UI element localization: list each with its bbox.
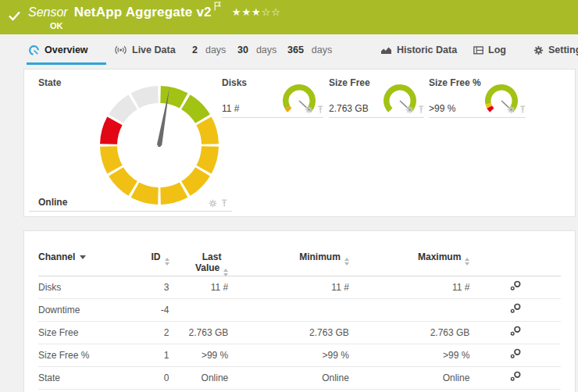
pin-icon[interactable]	[519, 105, 526, 114]
tab-label: days	[256, 45, 277, 55]
cell-id: -4	[126, 305, 169, 315]
tab-label: Log	[488, 45, 506, 55]
pin-icon[interactable]	[418, 105, 424, 114]
channel-table-panel: ChannelIDLastValueMinimumMaximum Disks31…	[23, 230, 576, 392]
column-header-minimum[interactable]: Minimum	[228, 251, 349, 265]
cell-last_value: 11 #	[169, 282, 229, 293]
sort-icon	[344, 258, 349, 265]
cell-maximum: 11 #	[349, 282, 470, 293]
gauge-cell-disks: Disks11 #	[222, 69, 323, 118]
column-header-id[interactable]: ID	[126, 251, 169, 265]
tab-number: 2	[192, 45, 198, 55]
tab-365-days[interactable]: 365days	[287, 34, 332, 66]
chart-icon	[380, 46, 392, 55]
channel-settings-icon[interactable]	[509, 303, 522, 314]
column-header-last_value[interactable]: LastValue	[169, 251, 229, 276]
gauge-icon	[28, 45, 40, 56]
channel-settings-icon[interactable]	[509, 280, 522, 291]
gauge-label: Disks	[222, 77, 247, 88]
channel-settings-icon[interactable]	[509, 348, 522, 359]
sort-icon	[165, 258, 169, 265]
tab-settings[interactable]: Settings	[533, 34, 578, 66]
cell-channel: Size Free	[38, 327, 126, 338]
cell-id: 0	[126, 372, 169, 383]
gauge-label: Size Free	[329, 77, 370, 88]
channel-settings-icon[interactable]	[509, 326, 522, 337]
mini-gauge	[382, 83, 418, 122]
sort-icon	[223, 269, 228, 276]
cell-channel: Disks	[38, 282, 126, 293]
tab-label: days	[205, 45, 226, 55]
gauge-value: 2.763 GB	[329, 103, 369, 114]
tab-label: Historic Data	[397, 45, 457, 55]
table-row: Disks311 #11 #11 #	[38, 276, 561, 299]
tab-label: Settings	[548, 45, 578, 55]
gear-icon[interactable]	[507, 105, 516, 114]
cell-id: 1	[126, 350, 169, 361]
gear-icon[interactable]	[209, 199, 217, 208]
sensor-title: NetApp Aggregate v2	[74, 5, 212, 20]
tab-number: 30	[237, 45, 248, 55]
status-check-icon	[9, 10, 20, 20]
table-row: Size Free22.763 GB2.763 GB2.763 GB	[38, 322, 561, 344]
tab-label: Overview	[45, 45, 88, 55]
cell-channel: Downtime	[38, 305, 126, 315]
state-gauge-value: Online	[38, 197, 67, 208]
mini-gauge	[483, 83, 519, 122]
gauge-cell-size-free-pct: Size Free %>99 %	[429, 69, 526, 118]
pin-icon[interactable]	[221, 199, 227, 208]
cell-maximum: 2.763 GB	[349, 327, 470, 338]
cell-minimum: 11 #	[228, 282, 349, 293]
tab-live-data[interactable]: Live Data	[114, 34, 176, 66]
state-gauge-label: State	[38, 77, 61, 88]
cell-channel: State	[38, 372, 126, 383]
tab-log[interactable]: Log	[473, 34, 506, 66]
tab-number: 365	[287, 45, 304, 55]
sensor-status-text: OK	[50, 21, 63, 30]
column-header-maximum[interactable]: Maximum	[349, 251, 470, 265]
cell-last_value: Online	[169, 372, 229, 383]
cell-id: 2	[126, 327, 169, 338]
channel-table: ChannelIDLastValueMinimumMaximum Disks31…	[24, 231, 575, 390]
column-header-channel[interactable]: Channel	[38, 251, 126, 262]
gauge-value: >99 %	[429, 103, 455, 114]
tab-30-days[interactable]: 30days	[237, 34, 277, 66]
gear-icon[interactable]	[305, 105, 313, 114]
cell-last_value: >99 %	[169, 350, 229, 361]
divider	[29, 211, 232, 212]
tab-label: Live Data	[132, 45, 176, 55]
cell-minimum: >99 %	[228, 350, 349, 361]
cell-channel: Size Free %	[38, 350, 126, 361]
cell-maximum: Online	[349, 372, 470, 383]
cell-minimum: Online	[228, 372, 349, 383]
pin-icon[interactable]	[317, 105, 323, 114]
sensor-type-label: Sensor	[28, 5, 68, 20]
tab-label: days	[312, 45, 332, 55]
sort-icon	[465, 258, 469, 265]
log-icon	[473, 46, 483, 55]
cell-maximum: >99 %	[349, 350, 470, 361]
priority-flag-icon	[214, 0, 221, 14]
sensor-header: Sensor NetApp Aggregate v2 ★★★☆☆ OK	[0, 0, 578, 34]
cell-last_value: 2.763 GB	[169, 327, 229, 338]
cell-minimum: 2.763 GB	[228, 327, 349, 338]
tab-overview[interactable]: Overview	[28, 34, 88, 66]
gauge-cell-size-free: Size Free2.763 GB	[329, 69, 424, 118]
tab-bar: OverviewLive Data2days30days365daysHisto…	[0, 34, 578, 66]
channel-settings-icon[interactable]	[509, 371, 522, 382]
gauge-value: 11 #	[222, 103, 239, 114]
broadcast-icon	[114, 45, 127, 55]
rating-stars[interactable]: ★★★☆☆	[232, 6, 281, 18]
table-row: State0OnlineOnlineOnline	[38, 367, 561, 390]
sort-desc-icon	[80, 255, 86, 259]
tab-historic-data[interactable]: Historic Data	[380, 34, 457, 66]
gauge-label: Size Free %	[429, 77, 481, 88]
tab-2-days[interactable]: 2days	[192, 34, 226, 66]
table-row: Downtime-4	[38, 299, 561, 322]
cell-id: 3	[126, 282, 169, 293]
mini-gauge	[281, 83, 317, 122]
state-gauge	[98, 84, 220, 209]
table-row: Size Free %1>99 %>99 %>99 %	[38, 344, 561, 367]
overview-panel: State Online Disks11 #Size Free2.763 GBS…	[23, 69, 576, 217]
gear-icon[interactable]	[405, 105, 414, 114]
